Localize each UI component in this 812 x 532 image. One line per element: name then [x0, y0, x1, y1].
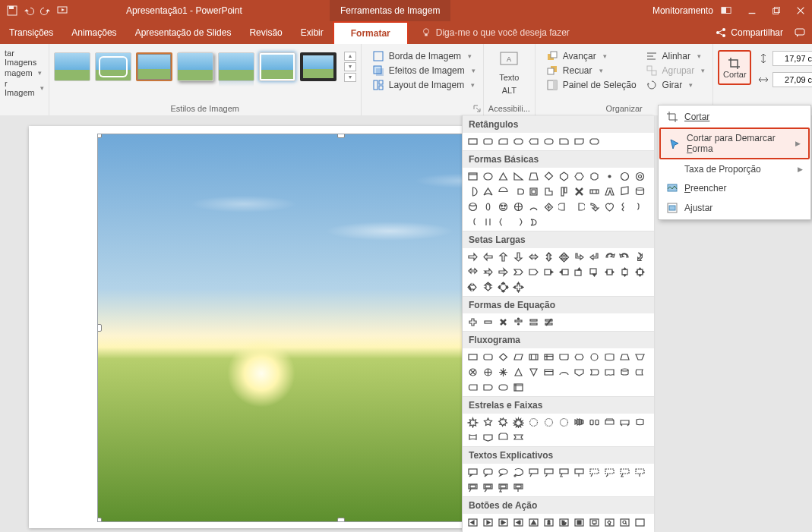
shape-icon[interactable] — [619, 351, 630, 363]
shape-icon[interactable] — [513, 367, 524, 378]
tab-apresentacao[interactable]: Apresentação de Slides — [126, 21, 241, 44]
shape-icon[interactable] — [543, 186, 554, 197]
shape-icon[interactable] — [634, 251, 646, 263]
ribbon-item-magem[interactable]: magem▾ — [5, 68, 44, 77]
style-thumb[interactable] — [54, 52, 90, 81]
shape-icon[interactable] — [573, 467, 585, 478]
shape-icon[interactable] — [558, 517, 570, 528]
shape-icon[interactable] — [589, 467, 600, 478]
picture-layout-button[interactable]: Layout de Imagem▾ — [372, 79, 476, 91]
shape-icon[interactable] — [482, 186, 494, 197]
shape-icon[interactable] — [589, 517, 600, 528]
shape-icon[interactable] — [619, 201, 630, 212]
style-thumb[interactable] — [95, 52, 131, 81]
shape-icon[interactable] — [482, 216, 494, 228]
shape-icon[interactable] — [634, 201, 646, 212]
resize-handle[interactable] — [97, 134, 102, 138]
shape-icon[interactable] — [513, 171, 524, 182]
menu-item-aspect-ratio[interactable]: Taxa de Proporção ▶ — [659, 160, 810, 178]
shape-icon[interactable] — [498, 216, 509, 228]
shape-icon[interactable] — [604, 186, 615, 197]
shape-icon[interactable] — [498, 201, 509, 212]
shape-icon[interactable] — [528, 517, 539, 528]
tab-formatar[interactable]: Formatar — [333, 21, 409, 44]
shape-icon[interactable] — [558, 136, 570, 147]
shape-icon[interactable] — [619, 417, 630, 428]
shape-icon[interactable] — [619, 266, 630, 278]
shape-icon[interactable] — [467, 367, 479, 378]
shape-icon[interactable] — [498, 282, 509, 293]
shape-icon[interactable] — [513, 482, 524, 493]
slideshow-icon[interactable] — [56, 5, 68, 17]
picture-border-button[interactable]: Borda de Imagem▾ — [372, 50, 476, 62]
picture-effects-button[interactable]: Efeitos de Imagem▾ — [372, 65, 476, 77]
crop-button[interactable]: Cortar — [718, 50, 751, 85]
shape-icon[interactable] — [573, 136, 585, 147]
shape-icon[interactable] — [482, 382, 494, 393]
shape-icon[interactable] — [528, 251, 539, 263]
dialog-launcher-icon[interactable] — [473, 105, 481, 112]
shape-icon[interactable] — [543, 266, 554, 278]
shape-icon[interactable] — [513, 136, 524, 147]
display-mode-icon[interactable] — [721, 5, 731, 16]
shape-icon[interactable] — [498, 517, 509, 528]
tab-transicoes[interactable]: Transições — [0, 21, 62, 44]
shape-icon[interactable] — [513, 517, 524, 528]
shape-icon[interactable] — [619, 171, 630, 182]
shape-icon[interactable] — [482, 282, 494, 293]
menu-item-fill[interactable]: Preencher — [659, 178, 810, 198]
shape-icon[interactable] — [498, 351, 509, 363]
shape-icon[interactable] — [467, 216, 479, 228]
shape-icon[interactable] — [604, 367, 615, 378]
shape-icon[interactable] — [589, 417, 600, 428]
shape-icon[interactable] — [589, 367, 600, 378]
style-thumb-selected[interactable] — [136, 52, 172, 81]
tab-exibir[interactable]: Exibir — [292, 21, 333, 44]
shape-icon[interactable] — [634, 266, 646, 278]
shape-icon[interactable] — [482, 367, 494, 378]
shape-icon[interactable] — [482, 251, 494, 263]
shape-icon[interactable] — [498, 171, 509, 182]
shape-icon[interactable] — [558, 467, 570, 478]
shape-icon[interactable] — [513, 282, 524, 293]
shape-icon[interactable] — [604, 351, 615, 363]
style-thumb[interactable] — [177, 52, 213, 81]
shape-icon[interactable] — [467, 482, 479, 493]
shape-icon[interactable] — [619, 186, 630, 197]
shape-icon[interactable] — [498, 417, 509, 428]
shape-icon[interactable] — [467, 251, 479, 263]
shape-icon[interactable] — [619, 467, 630, 478]
shape-icon[interactable] — [467, 517, 479, 528]
shape-icon[interactable] — [528, 216, 539, 228]
tab-revisao[interactable]: Revisão — [240, 21, 291, 44]
send-backward-button[interactable]: Recuar▾ — [546, 65, 637, 77]
shape-icon[interactable] — [467, 171, 479, 182]
menu-item-crop[interactable]: Cortar — [659, 107, 810, 127]
shape-icon[interactable] — [589, 186, 600, 197]
shape-icon[interactable] — [528, 316, 539, 328]
shape-icon[interactable] — [528, 136, 539, 147]
selection-pane-button[interactable]: Painel de Seleção — [546, 79, 637, 91]
shape-icon[interactable] — [558, 417, 570, 428]
shape-icon[interactable] — [498, 432, 509, 443]
shape-icon[interactable] — [573, 417, 585, 428]
shape-icon[interactable] — [573, 186, 585, 197]
shape-icon[interactable] — [558, 367, 570, 378]
shape-icon[interactable] — [482, 467, 494, 478]
shape-icon[interactable] — [467, 432, 479, 443]
shape-icon[interactable] — [467, 186, 479, 197]
shape-icon[interactable] — [634, 186, 646, 197]
shape-icon[interactable] — [482, 136, 494, 147]
shape-icon[interactable] — [513, 467, 524, 478]
shape-icon[interactable] — [498, 467, 509, 478]
rotate-button[interactable]: Girar▾ — [646, 79, 706, 91]
shape-icon[interactable] — [634, 517, 646, 528]
shape-icon[interactable] — [513, 186, 524, 197]
redo-icon[interactable] — [39, 5, 52, 17]
shape-icon[interactable] — [589, 171, 600, 182]
shape-icon[interactable] — [619, 517, 630, 528]
shape-icon[interactable] — [528, 266, 539, 278]
shape-icon[interactable] — [528, 417, 539, 428]
shape-icon[interactable] — [513, 316, 524, 328]
shape-icon[interactable] — [558, 351, 570, 363]
